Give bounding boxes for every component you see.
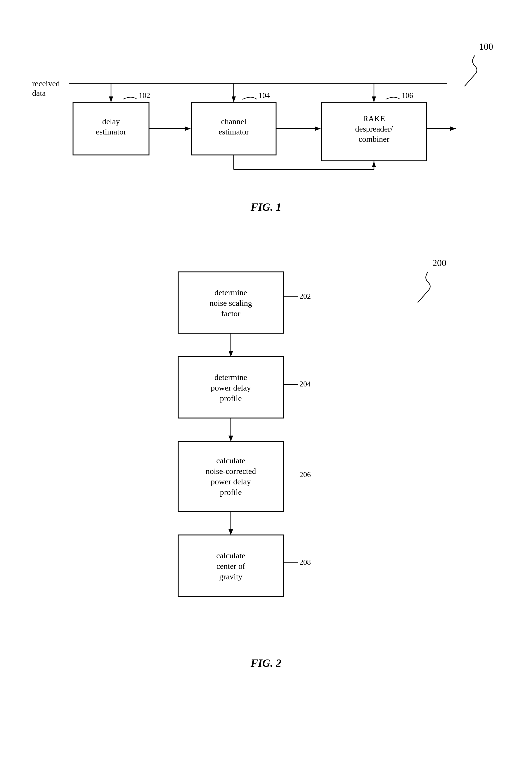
fig1-caption: FIG. 1 [23,201,509,213]
ref-206: 206 [299,470,311,479]
svg-text:estimator: estimator [96,127,127,136]
svg-marker-25 [450,126,456,131]
ref-204: 204 [299,380,311,388]
pdp-line2: power delay [211,383,251,392]
channel-estimator-label: channel [221,117,246,126]
fig1-ref-main: 100 [479,41,493,52]
page: 100 received data delay estimator [0,0,532,777]
ncpdp-line1: calculate [216,456,245,465]
cog-line1: calculate [216,551,245,560]
svg-text:data: data [32,89,46,98]
svg-marker-23 [372,161,376,167]
ref-106: 106 [402,91,413,100]
svg-line-0 [464,75,475,86]
svg-marker-34 [229,436,233,441]
svg-marker-6 [232,97,236,102]
ref-102: 102 [139,91,150,100]
delay-estimator-label: delay [102,117,120,126]
rake-label-1: RAKE [363,114,385,123]
pdp-line3: profile [220,394,242,403]
noise-scaling-line3: factor [221,309,241,318]
received-data-label: received [32,79,60,88]
cog-line2: center of [217,562,245,571]
svg-rect-35 [178,441,283,512]
svg-marker-30 [229,351,233,357]
ncpdp-line2: noise-corrected [206,466,256,476]
svg-marker-19 [315,126,320,131]
ref-202: 202 [299,292,311,301]
fig2-caption: FIG. 2 [23,657,509,669]
svg-marker-17 [185,126,190,131]
svg-text:despreader/: despreader/ [355,124,393,133]
svg-marker-4 [109,97,113,102]
svg-text:combiner: combiner [359,134,389,143]
fig2-ref-main: 200 [432,257,446,268]
fig2-diagram: 200 determine noise scaling factor 202 d… [23,245,509,655]
pdp-line1: determine [215,373,247,382]
svg-text:estimator: estimator [219,127,249,136]
ncpdp-line3: power delay [211,477,251,486]
fig1-diagram: 100 received data delay estimator [23,29,509,199]
svg-marker-38 [229,529,233,535]
svg-line-26 [418,291,428,303]
ncpdp-line4: profile [220,487,242,497]
noise-scaling-line2: noise scaling [210,299,252,308]
cog-line3: gravity [219,572,242,581]
ref-208: 208 [299,558,311,566]
noise-scaling-line1: determine [215,288,247,297]
ref-104: 104 [259,91,270,100]
svg-marker-8 [372,97,376,102]
